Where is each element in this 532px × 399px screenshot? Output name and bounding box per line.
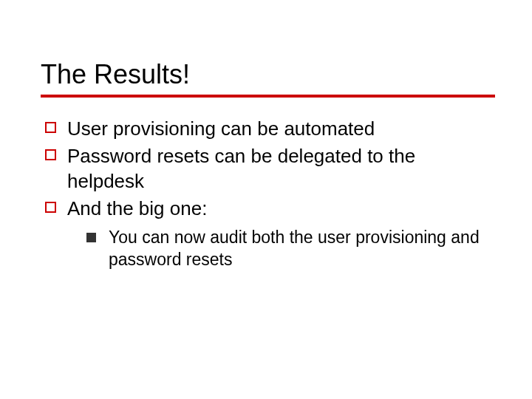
list-item-text: Password resets can be delegated to the … xyxy=(67,145,415,191)
list-item: And the big one: You can now audit both … xyxy=(41,197,495,271)
slide: The Results! User provisioning can be au… xyxy=(0,0,532,399)
list-item: User provisioning can be automated xyxy=(41,117,495,141)
list-item-text: And the big one: xyxy=(67,197,207,219)
list-item-text: User provisioning can be automated xyxy=(67,117,375,140)
list-item: Password resets can be delegated to the … xyxy=(41,144,495,194)
bullet-list: User provisioning can be automated Passw… xyxy=(41,117,495,271)
sub-bullet-list: You can now audit both the user provisio… xyxy=(67,227,495,271)
list-item-text: You can now audit both the user provisio… xyxy=(109,228,480,269)
list-item: You can now audit both the user provisio… xyxy=(82,227,495,271)
title-underline xyxy=(41,95,495,98)
slide-title: The Results! xyxy=(41,59,495,90)
